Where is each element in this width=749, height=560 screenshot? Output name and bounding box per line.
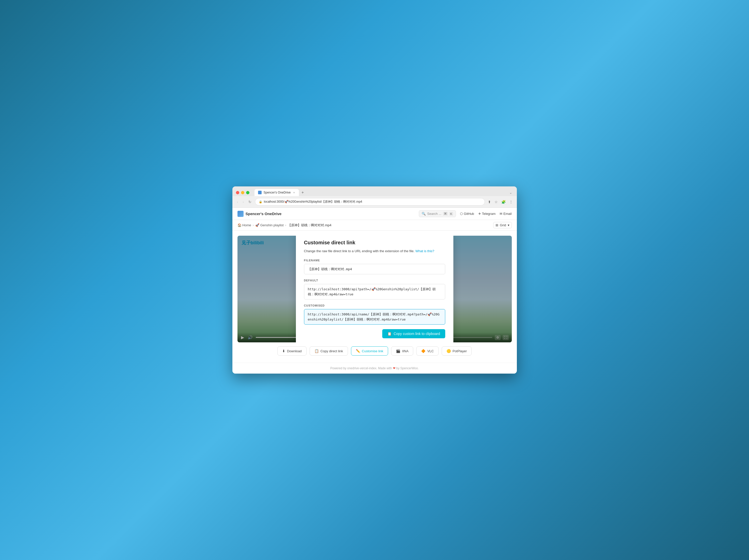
customise-link-label: Customise link [362,349,384,353]
iina-icon: 🎬 [396,349,400,353]
minimize-button[interactable] [241,191,244,194]
clipboard-icon: 📋 [387,332,392,336]
default-label: DEFAULT [304,279,445,282]
breadcrumb-home[interactable]: 🏠 Home [237,223,251,227]
filename-label: FILENAME [304,259,445,262]
default-url-field: http://localhost:3000/api?path=/🚀%20Gens… [304,284,445,299]
vlc-button[interactable]: 🔶 VLC [416,346,438,356]
footer-suffix: by SpencerWoo. [396,366,419,370]
vlc-icon: 🔶 [421,349,425,353]
tab-favicon [258,191,262,194]
github-link[interactable]: ⬡ GitHub [460,212,474,216]
header-nav: 🔍 Search ... ⌘ K ⬡ GitHub ✈ Telegram ✉ E… [419,210,512,217]
search-box[interactable]: 🔍 Search ... ⌘ K [419,210,456,217]
filename-field: 【原神】胡桃：啊对对对.mp4 [304,264,445,275]
copy-custom-link-button[interactable]: 📋 Copy custom link to clipboard [382,329,445,338]
search-kbd1: ⌘ [443,212,448,216]
active-tab[interactable]: Spencer's OneDrive × [255,189,299,196]
download-button[interactable]: ⬇ Download [277,346,306,356]
potplayer-icon: 🟡 [447,349,451,353]
email-icon: ✉ [499,212,502,216]
customised-url-field: http://localhost:3000/api/name/【原神】胡桃：啊对… [304,309,445,325]
copy-direct-link-label: Copy direct link [321,349,343,353]
tab-close-button[interactable]: × [293,191,295,194]
lock-icon: 🔒 [259,200,262,203]
breadcrumb-sep-1: › [253,223,254,227]
bookmark-button[interactable]: ☆ [494,199,498,204]
telegram-icon: ✈ [478,212,481,216]
title-bar: Spencer's OneDrive × + ⌄ [232,187,517,196]
view-label: Grid [500,223,506,227]
view-toggle[interactable]: ⊞ Grid ▾ [493,222,512,228]
breadcrumb-file: 【原神】胡桃：啊对对对.mp4 [288,223,331,228]
app-title: Spencer's OneDrive [245,212,282,216]
iina-button[interactable]: 🎬 IINA [391,346,413,356]
video-container: 见子bilibili Customise direct link Change … [237,236,512,342]
new-tab-button[interactable]: + [299,189,306,196]
customise-link-modal: Customise direct link Change the raw fil… [296,236,453,342]
modal-title: Customise direct link [304,240,445,245]
main-content: 见子bilibili Customise direct link Change … [232,231,517,363]
customised-label: CUSTOMISED [304,304,445,307]
footer-text: Powered by onedrive-vercel-index. Made w… [330,366,392,370]
telegram-link[interactable]: ✈ Telegram [478,212,495,216]
modal-overlay: Customise direct link Change the raw fil… [237,236,512,342]
what-is-this-link[interactable]: What is this? [415,249,434,253]
close-button[interactable] [236,191,239,194]
grid-icon: ⊞ [495,223,498,227]
maximize-button[interactable] [246,191,250,194]
github-icon: ⬡ [460,212,463,216]
search-label: Search ... [427,212,442,216]
breadcrumb-path: 🏠 Home › 🚀 Genshin playlist › 【原神】胡桃：啊对对… [237,223,331,228]
copy-btn-label: Copy custom link to clipboard [394,332,440,336]
browser-window: Spencer's OneDrive × + ⌄ ‹ › ↻ 🔒 localho… [232,187,517,373]
copy-icon: 📋 [315,349,319,353]
download-icon: ⬇ [282,349,285,353]
breadcrumb-sep-2: › [285,223,286,227]
url-text: localhost:3000/🚀%20Genshin%20playlist/【原… [264,200,481,204]
vlc-label: VLC [427,349,433,353]
edit-icon: ✏️ [356,349,360,353]
breadcrumb: 🏠 Home › 🚀 Genshin playlist › 【原神】胡桃：啊对对… [232,220,517,231]
potplayer-button[interactable]: 🟡 PotPlayer [442,346,472,356]
share-button[interactable]: ⬆ [487,199,491,204]
chevron-down-icon: ▾ [508,223,510,227]
search-icon: 🔍 [422,212,426,216]
customise-link-button[interactable]: ✏️ Customise link [351,346,388,356]
refresh-button[interactable]: ↻ [248,199,253,204]
traffic-lights [236,191,250,194]
copy-direct-link-button[interactable]: 📋 Copy direct link [309,346,348,356]
breadcrumb-folder[interactable]: 🚀 Genshin playlist [255,223,283,227]
app-header: Spencer's OneDrive 🔍 Search ... ⌘ K ⬡ Gi… [232,208,517,220]
footer: Powered by onedrive-vercel-index. Made w… [232,363,517,373]
app-logo: Spencer's OneDrive [237,211,282,217]
tab-label: Spencer's OneDrive [264,191,291,194]
iina-label: IINA [402,349,408,353]
email-link[interactable]: ✉ Email [499,212,512,216]
logo-icon [237,211,243,217]
action-buttons: ⬇ Download 📋 Copy direct link ✏️ Customi… [237,342,512,358]
download-label: Download [287,349,302,353]
window-more-button[interactable]: ⌄ [508,190,513,195]
tab-bar: Spencer's OneDrive × + [255,189,505,196]
url-bar[interactable]: 🔒 localhost:3000/🚀%20Genshin%20playlist/… [255,198,485,206]
modal-description: Change the raw file direct link to a URL… [304,249,445,254]
forward-button[interactable]: › [241,199,245,204]
search-kbd2: K [449,212,453,216]
more-button[interactable]: ⋮ [509,199,513,204]
address-bar: ‹ › ↻ 🔒 localhost:3000/🚀%20Genshin%20pla… [232,196,517,208]
back-button[interactable]: ‹ [236,199,239,204]
heart-icon: ❤ [393,366,395,370]
extensions-button[interactable]: 🧩 [501,199,506,204]
potplayer-label: PotPlayer [453,349,467,353]
